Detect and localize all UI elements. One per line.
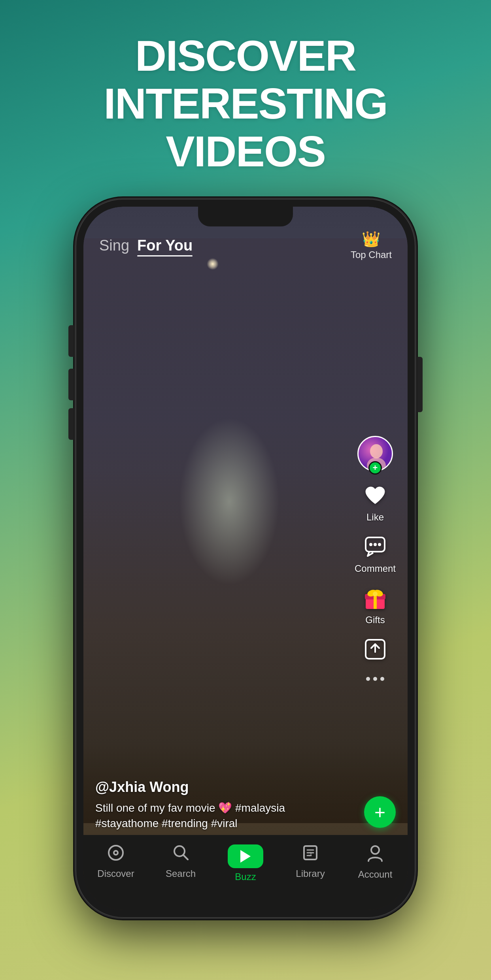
tab-library-label: Library [296,868,325,879]
share-icon [361,635,389,663]
tab-account-label: Account [358,869,393,880]
like-label: Like [366,512,384,523]
like-button[interactable]: Like [361,481,389,523]
gifts-label: Gifts [365,614,385,626]
hero-line3: VIDEOS [166,127,325,175]
tab-library[interactable]: ♪ Library [283,844,338,879]
follow-button[interactable]: + [368,461,382,475]
nav-left: Sing For You [99,237,193,254]
phone-screen: Sing For You 👑 Top Chart [83,207,408,910]
creator-avatar[interactable]: + [357,436,393,471]
svg-point-1 [370,444,383,458]
more-options[interactable] [366,677,384,681]
share-button[interactable] [361,635,389,663]
hero-line2: INTERESTING [104,79,387,128]
svg-line-19 [183,855,188,859]
top-chart-label: Top Chart [351,249,392,260]
creator-username: @Jxhia Wong [95,779,356,795]
library-icon: ♪ [302,844,318,865]
comment-label: Comment [355,563,396,574]
svg-point-17 [114,851,118,855]
tab-search-label: Search [166,868,196,879]
discover-icon [108,844,124,865]
hero-line1: DISCOVER [135,31,356,80]
heart-icon [361,481,389,509]
comment-button[interactable]: Comment [355,532,396,574]
nav-foryou-underline [137,255,193,256]
search-icon [173,844,189,865]
nav-foryou-tab[interactable]: For You [137,237,193,254]
record-button[interactable]: + [364,796,396,828]
comment-icon [361,532,389,561]
gift-icon [361,584,389,612]
svg-point-5 [374,543,377,546]
nav-foryou-wrapper: For You [137,237,193,254]
svg-text:♪: ♪ [308,849,312,858]
nav-sing-tab[interactable]: Sing [99,237,129,254]
svg-marker-20 [240,850,251,863]
dot3 [380,677,384,681]
top-chart-button[interactable]: 👑 Top Chart [351,230,392,260]
crown-icon: 👑 [362,230,380,248]
dot1 [366,677,370,681]
video-info: @Jxhia Wong Still one of my fav movie 💖 … [95,779,356,831]
gifts-button[interactable]: Gifts [361,584,389,626]
phone-mockup: Sing For You 👑 Top Chart [76,199,415,918]
svg-point-13 [373,592,378,596]
sidebar-actions: + Like [355,436,396,681]
tab-account[interactable]: Account [347,844,403,880]
video-description: Still one of my fav movie 💖 #malaysia#st… [95,800,356,831]
phone-shell: Sing For You 👑 Top Chart [76,199,415,918]
tab-buzz[interactable]: Buzz [218,844,273,882]
phone-notch [198,207,293,226]
hero-text: DISCOVER INTERESTING VIDEOS [80,32,411,175]
svg-point-16 [109,846,123,860]
svg-point-4 [369,543,372,546]
svg-point-6 [378,543,381,546]
dot2 [373,677,377,681]
tab-search[interactable]: Search [153,844,208,879]
tab-discover-label: Discover [97,868,134,879]
svg-point-26 [371,846,379,854]
top-nav: Sing For You 👑 Top Chart [99,230,392,260]
tab-discover[interactable]: Discover [88,844,144,879]
tab-buzz-label: Buzz [235,871,256,882]
tab-bar: Discover Search [83,835,408,910]
account-icon [367,844,383,866]
buzz-icon [228,844,263,868]
